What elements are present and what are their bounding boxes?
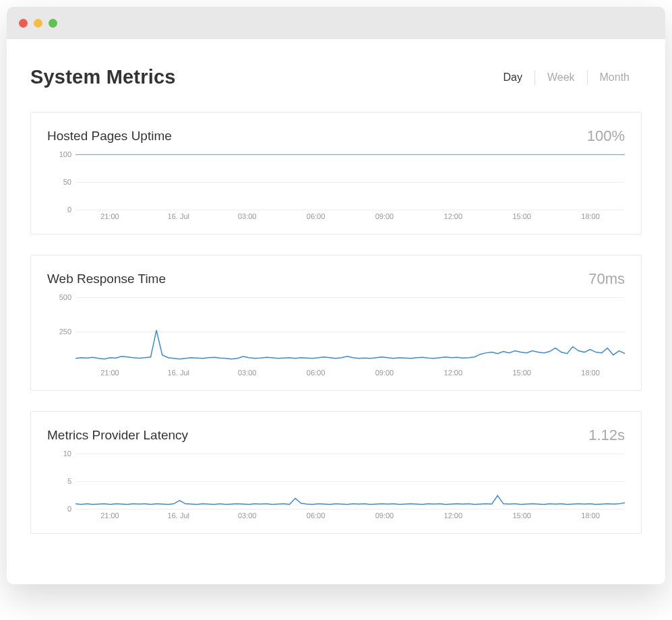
y-tick-label: 0 (67, 505, 71, 513)
x-tick-label: 06:00 (307, 212, 326, 220)
x-tick-label: 06:00 (307, 369, 326, 377)
x-tick-label: 21:00 (100, 369, 119, 377)
card-title: Hosted Pages Uptime (47, 129, 172, 144)
range-month[interactable]: Month (588, 71, 642, 84)
x-tick-label: 18:00 (581, 212, 600, 220)
x-tick-label: 06:00 (307, 512, 326, 520)
card-response: Web Response Time 70ms 25050021:0016. Ju… (30, 255, 642, 391)
x-tick-label: 18:00 (581, 512, 600, 520)
y-tick-label: 500 (59, 293, 71, 301)
x-tick-label: 03:00 (238, 512, 257, 520)
x-tick-label: 21:00 (100, 212, 119, 220)
time-range-toggle: Day Week Month (491, 70, 642, 85)
card-value: 100% (587, 127, 625, 145)
x-tick-label: 15:00 (512, 212, 531, 220)
x-tick-label: 15:00 (512, 369, 531, 377)
titlebar (7, 7, 665, 39)
x-tick-label: 16. Jul (168, 512, 189, 520)
x-tick-label: 15:00 (512, 512, 531, 520)
y-tick-label: 100 (59, 150, 71, 158)
minimize-icon[interactable] (34, 19, 42, 28)
card-title: Web Response Time (47, 272, 166, 286)
card-value: 1.12s (588, 427, 625, 444)
chart-response: 25050021:0016. Jul03:0006:0009:0012:0015… (47, 297, 625, 378)
x-tick-label: 12:00 (444, 369, 463, 377)
range-day[interactable]: Day (491, 71, 534, 84)
x-tick-label: 09:00 (375, 512, 394, 520)
page-title: System Metrics (30, 66, 176, 88)
x-tick-label: 12:00 (444, 212, 463, 220)
card-title: Metrics Provider Latency (47, 428, 188, 443)
y-tick-label: 0 (67, 206, 71, 214)
x-tick-label: 09:00 (375, 369, 394, 377)
x-tick-label: 16. Jul (168, 212, 189, 220)
x-tick-label: 21:00 (100, 512, 119, 520)
range-week[interactable]: Week (535, 71, 587, 84)
card-uptime: Hosted Pages Uptime 100% 05010021:0016. … (30, 112, 642, 235)
x-tick-label: 03:00 (238, 212, 257, 220)
chart-latency: 051021:0016. Jul03:0006:0009:0012:0015:0… (47, 454, 625, 521)
close-icon[interactable] (19, 19, 28, 28)
maximize-icon[interactable] (49, 19, 57, 28)
card-latency: Metrics Provider Latency 1.12s 051021:00… (30, 411, 642, 534)
content: System Metrics Day Week Month Hosted Pag… (7, 39, 665, 584)
x-tick-label: 03:00 (238, 369, 257, 377)
x-tick-label: 18:00 (581, 369, 600, 377)
y-tick-label: 5 (67, 477, 71, 485)
x-tick-label: 12:00 (444, 512, 463, 520)
x-tick-label: 09:00 (375, 212, 394, 220)
y-tick-label: 50 (63, 178, 71, 186)
card-value: 70ms (588, 270, 625, 288)
y-tick-label: 250 (59, 328, 71, 336)
x-tick-label: 16. Jul (168, 369, 189, 377)
page-header: System Metrics Day Week Month (30, 66, 642, 88)
y-tick-label: 10 (63, 450, 71, 458)
app-window: System Metrics Day Week Month Hosted Pag… (7, 7, 665, 584)
chart-uptime: 05010021:0016. Jul03:0006:0009:0012:0015… (47, 154, 625, 222)
